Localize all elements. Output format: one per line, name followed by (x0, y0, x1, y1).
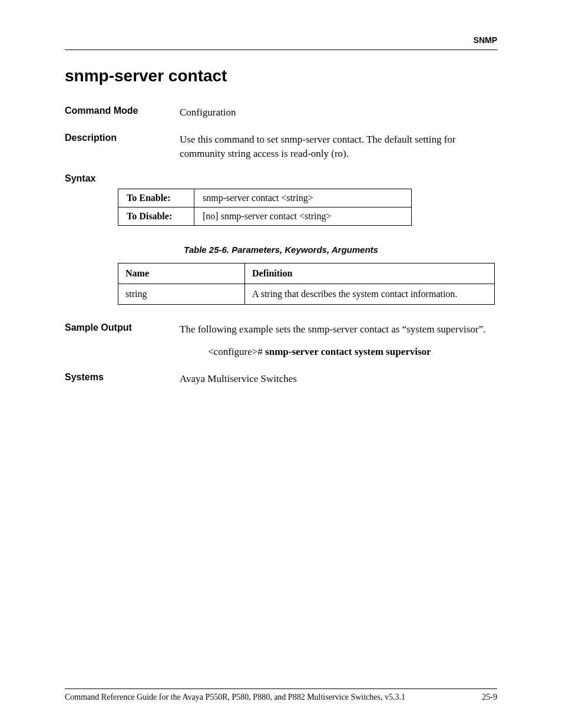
sample-output-intro: The following example sets the snmp-serv… (180, 324, 485, 335)
table-row: To Disable: [no] snmp-server contact <st… (118, 207, 412, 226)
sample-output-row: Sample Output The following example sets… (65, 322, 497, 359)
syntax-enable-value: snmp-server contact <string> (194, 189, 412, 207)
chapter-header: SNMP (65, 35, 497, 45)
description-label: Description (65, 133, 180, 161)
systems-label: Systems (65, 372, 180, 386)
table-row: string A string that describes the syste… (118, 284, 495, 305)
table-header-row: Name Definition (118, 263, 495, 284)
param-header-definition: Definition (245, 263, 495, 284)
description-row: Description Use this command to set snmp… (65, 133, 497, 161)
param-table-caption: Table 25-6. Parameters, Keywords, Argume… (65, 245, 497, 255)
systems-row: Systems Avaya Multiservice Switches (65, 372, 497, 386)
syntax-disable-label: To Disable: (118, 207, 194, 226)
command-mode-value: Configuration (180, 106, 497, 120)
systems-value: Avaya Multiservice Switches (180, 372, 497, 386)
syntax-label: Syntax (65, 173, 180, 184)
syntax-enable-label: To Enable: (118, 189, 194, 207)
sample-output-value: The following example sets the snmp-serv… (180, 322, 497, 359)
table-row: To Enable: snmp-server contact <string> (118, 189, 412, 207)
command-mode-row: Command Mode Configuration (65, 106, 497, 120)
param-header-name: Name (118, 263, 245, 284)
header-rule (65, 50, 497, 50)
footer-rule (65, 689, 497, 689)
param-table: Name Definition string A string that des… (118, 263, 495, 305)
description-value: Use this command to set snmp-server cont… (180, 133, 497, 161)
syntax-table: To Enable: snmp-server contact <string> … (118, 189, 412, 226)
param-name: string (118, 284, 245, 305)
sample-prompt: <configure># (208, 346, 265, 357)
syntax-row: Syntax (65, 173, 497, 184)
footer-right: 25-9 (482, 693, 497, 702)
syntax-disable-value: [no] snmp-server contact <string> (194, 207, 412, 226)
sample-command: snmp-server contact system supervisor (265, 346, 431, 357)
page-footer: Command Reference Guide for the Avaya P5… (65, 689, 497, 702)
page-title: snmp-server contact (65, 67, 497, 85)
sample-output-label: Sample Output (65, 322, 180, 359)
param-definition: A string that describes the system conta… (245, 284, 495, 305)
command-mode-label: Command Mode (65, 106, 180, 120)
sample-output-code: <configure># snmp-server contact system … (208, 345, 497, 359)
footer-left: Command Reference Guide for the Avaya P5… (65, 693, 405, 702)
